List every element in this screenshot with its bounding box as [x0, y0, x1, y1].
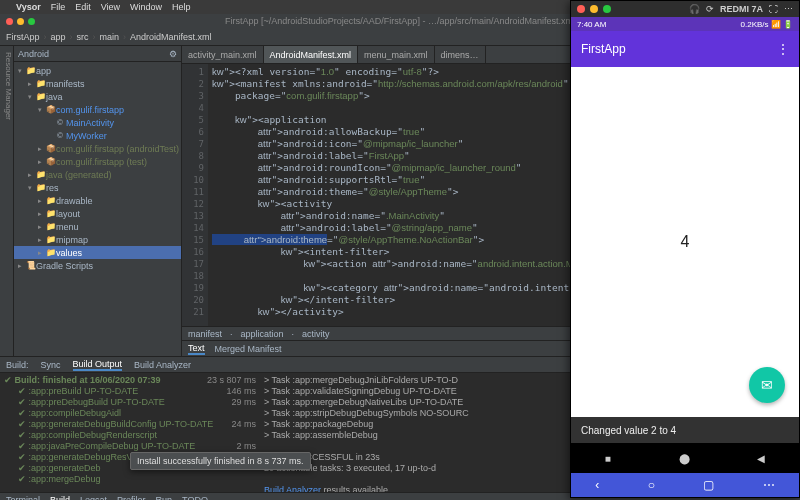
menu-help[interactable]: Help [172, 2, 191, 12]
editor-tab[interactable]: AndroidManifest.xml [264, 46, 359, 63]
android-app-bar: FirstApp ⋮ [571, 31, 799, 67]
vysor-phone-window: 🎧 ⟳ REDMI 7A ⛶ ⋯ 7:40 AM 0.2KB/s 📶 🔋 Fir… [570, 0, 800, 498]
vysor-max[interactable] [603, 5, 611, 13]
tree-node[interactable]: ▾📁java [14, 90, 181, 103]
editor-tab[interactable]: menu_main.xml [358, 46, 435, 63]
tree-node[interactable]: ▸📁menu [14, 220, 181, 233]
fab-button[interactable]: ✉ [749, 367, 785, 403]
tool-build[interactable]: Build [50, 495, 70, 501]
breadcrumb[interactable]: FirstApp› app› src› main› AndroidManifes… [6, 32, 212, 42]
rail-resource-manager[interactable]: Resource Manager [4, 52, 13, 356]
tool-logcat[interactable]: Logcat [80, 495, 107, 501]
build-label: Build: [6, 360, 29, 370]
tree-node[interactable]: ▾📁app [14, 64, 181, 77]
headphones-icon[interactable]: 🎧 [689, 4, 700, 14]
editor-tab[interactable]: dimens… [435, 46, 486, 63]
tree-node[interactable]: ▸📁layout [14, 207, 181, 220]
rotate-icon[interactable]: ⟳ [706, 4, 714, 14]
build-tooltip: Install successfully finished in 8 s 737… [130, 452, 311, 470]
overflow-icon[interactable]: ⋮ [777, 42, 789, 56]
app-name[interactable]: Vysor [16, 2, 41, 12]
crumb-file[interactable]: AndroidManifest.xml [130, 32, 212, 42]
fullscreen-icon[interactable]: ⛶ [769, 4, 778, 14]
snackbar: Changed value 2 to 4 [571, 417, 799, 443]
vysor-close[interactable] [577, 5, 585, 13]
editor-tab[interactable]: activity_main.xml [182, 46, 264, 63]
status-time: 7:40 AM [577, 20, 606, 29]
android-status-bar: 7:40 AM 0.2KB/s 📶 🔋 [571, 17, 799, 31]
menu-file[interactable]: File [51, 2, 66, 12]
tree-node[interactable]: ▾📁res [14, 181, 181, 194]
left-tool-rail[interactable]: Resource Manager 1: Project [0, 46, 14, 356]
counter-text: 4 [681, 233, 690, 251]
tree-node[interactable]: ▸📦com.gulif.firstapp (test) [14, 155, 181, 168]
editor-gutter: 123456789101112131415161718192021 [182, 64, 208, 326]
tree-node[interactable]: ©MainActivity [14, 116, 181, 129]
tool-profiler[interactable]: Profiler [117, 495, 146, 501]
tree-node[interactable]: ▸📦com.gulif.firstapp (androidTest) [14, 142, 181, 155]
tree-node[interactable]: ▸📜Gradle Scripts [14, 259, 181, 272]
crumb-src[interactable]: src [77, 32, 89, 42]
ide-title-text: FirstApp [~/AndroidStudioProjects/AAD/Fi… [225, 14, 575, 28]
project-view-selector[interactable]: Android [18, 49, 49, 59]
nav-recents-icon[interactable]: ■ [605, 453, 611, 464]
vysor-titlebar: 🎧 ⟳ REDMI 7A ⛶ ⋯ [571, 1, 799, 17]
subtab-merged[interactable]: Merged Manifest [215, 344, 282, 354]
project-settings-icon[interactable]: ⚙ [169, 49, 177, 59]
app-title: FirstApp [581, 42, 626, 56]
tab-build-output[interactable]: Build Output [73, 359, 123, 371]
subtab-text[interactable]: Text [188, 343, 205, 355]
max-dot[interactable] [28, 18, 35, 25]
tab-sync[interactable]: Sync [41, 360, 61, 370]
vysor-device-name: REDMI 7A [720, 4, 763, 14]
min-dot[interactable] [17, 18, 24, 25]
tool-run[interactable]: Run [156, 495, 173, 501]
tab-build-analyzer[interactable]: Build Analyzer [134, 360, 191, 370]
tool-todo[interactable]: TODO [182, 495, 208, 501]
vysor-back-icon[interactable]: ‹ [595, 478, 599, 492]
vysor-recents-icon[interactable]: ▢ [703, 478, 714, 492]
vysor-control-bar[interactable]: ‹ ○ ▢ ⋯ [571, 473, 799, 497]
tree-node[interactable]: ©MyWorker [14, 129, 181, 142]
tree-node[interactable]: ▸📁drawable [14, 194, 181, 207]
project-panel: Android ⚙ ▾📁app▸📁manifests▾📁java▾📦com.gu… [14, 46, 182, 356]
tree-node[interactable]: ▸📁values [14, 246, 181, 259]
tree-node[interactable]: ▸📁manifests [14, 77, 181, 90]
crumb-project[interactable]: FirstApp [6, 32, 40, 42]
tree-node[interactable]: ▸📁mipmap [14, 233, 181, 246]
build-analyzer-link[interactable]: Build Analyzer [264, 485, 321, 492]
vysor-more-icon[interactable]: ⋯ [763, 478, 775, 492]
app-content[interactable]: 4 ✉ [571, 67, 799, 417]
menu-edit[interactable]: Edit [75, 2, 91, 12]
crumb-module[interactable]: app [51, 32, 66, 42]
close-dot[interactable] [6, 18, 13, 25]
project-tree[interactable]: ▾📁app▸📁manifests▾📁java▾📦com.gulif.firsta… [14, 62, 181, 274]
menu-window[interactable]: Window [130, 2, 162, 12]
vysor-menu-icon[interactable]: ⋯ [784, 4, 793, 14]
network-speed: 0.2KB/s [741, 20, 769, 29]
vysor-home-icon[interactable]: ○ [648, 478, 655, 492]
tree-node[interactable]: ▾📦com.gulif.firstapp [14, 103, 181, 116]
crumb-main[interactable]: main [100, 32, 120, 42]
android-nav-bar[interactable]: ■ ⬤ ◀ [571, 443, 799, 473]
vysor-min[interactable] [590, 5, 598, 13]
nav-home-icon[interactable]: ⬤ [679, 453, 690, 464]
tree-node[interactable]: ▸📁java (generated) [14, 168, 181, 181]
tool-terminal[interactable]: Terminal [6, 495, 40, 501]
nav-back-icon[interactable]: ◀ [757, 453, 765, 464]
snackbar-text: Changed value 2 to 4 [581, 425, 676, 436]
build-task-tree[interactable]: ✔ Build: finished at 16/06/2020 07:3923 … [0, 373, 260, 492]
menu-view[interactable]: View [101, 2, 120, 12]
